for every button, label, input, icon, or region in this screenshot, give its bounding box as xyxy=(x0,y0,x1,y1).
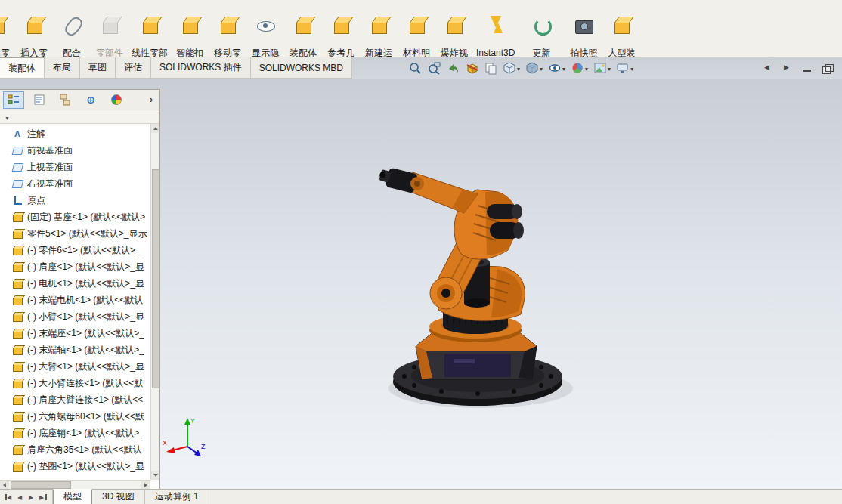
tree-item-icon xyxy=(12,162,23,172)
tree-item-icon xyxy=(12,411,23,422)
ribbon-button[interactable]: 配合 xyxy=(53,0,91,57)
ribbon-button[interactable]: 爆炸视 图 xyxy=(435,0,473,57)
viewport-canvas[interactable]: Y X Z xyxy=(160,79,842,489)
scroll-down-button[interactable] xyxy=(151,471,159,480)
tab-property-manager[interactable] xyxy=(29,91,50,109)
ribbon-button[interactable]: 移动零 部件 xyxy=(209,0,246,57)
tree-item[interactable]: 零件5<1> (默认<<默认>_显示 xyxy=(0,225,150,242)
reference-triad: Y X Z xyxy=(163,417,206,456)
zoom-area-button[interactable] xyxy=(426,60,443,76)
tree-item[interactable]: 右视基准面 xyxy=(0,175,150,192)
tree-item[interactable]: 上视基准面 xyxy=(0,159,150,175)
ribbon-button[interactable]: Instant3D xyxy=(473,0,518,57)
previous-window-button[interactable] xyxy=(762,63,775,74)
command-tab[interactable]: SOLIDWORKS 插件 xyxy=(151,57,251,78)
tree-item[interactable]: (-) 末端电机<1> (默认<<默认 xyxy=(0,292,150,308)
document-tab[interactable]: 3D 视图 xyxy=(92,490,145,504)
tab-display-manager[interactable] xyxy=(106,91,127,109)
tree-item[interactable]: (-) 电机<1> (默认<<默认>_显 xyxy=(0,275,150,292)
zoom-fit-button[interactable] xyxy=(407,60,424,76)
apply-scene-button[interactable] xyxy=(592,60,613,76)
tree-item[interactable]: (-) 底座销<1> (默认<<默认>_ xyxy=(0,425,150,441)
tree-item[interactable]: (-) 末端轴<1> (默认<<默认>_ xyxy=(0,342,150,358)
ribbon-button[interactable]: 显示隐 藏的零 部件 xyxy=(246,0,284,57)
ribbon-button[interactable]: 插入零 部件 xyxy=(15,0,53,57)
flyout-caret-icon[interactable] xyxy=(5,112,10,122)
tree-item[interactable]: 原点 xyxy=(0,192,150,209)
view-settings-button[interactable] xyxy=(614,60,636,76)
ribbon-button[interactable]: 编辑零 部件 xyxy=(0,0,15,57)
ribbon-button-icon xyxy=(571,12,596,38)
tree-item-icon xyxy=(12,328,23,339)
tree-item-label: 右视基准面 xyxy=(27,178,73,190)
command-tab[interactable]: 布局 xyxy=(45,57,80,78)
ribbon-button-icon xyxy=(137,12,163,38)
command-tab[interactable]: SOLIDWORKS MBD xyxy=(251,57,352,78)
tree-item[interactable]: (-) 末端座<1> (默认<<默认>_ xyxy=(0,325,150,342)
first-tab-button[interactable] xyxy=(5,493,13,501)
previous-view-button[interactable] xyxy=(444,60,462,76)
ribbon-button-label: 编辑零 部件 xyxy=(0,48,12,57)
tree-item-icon xyxy=(12,261,23,272)
tree-item[interactable]: (-) 肩座<1> (默认<<默认>_显 xyxy=(0,258,150,275)
ribbon-button[interactable]: 装配体 特征 xyxy=(284,0,322,57)
tab-feature-tree[interactable] xyxy=(3,91,24,109)
command-tab[interactable]: 评估 xyxy=(116,57,151,78)
tree-item[interactable]: 注解 xyxy=(0,125,150,142)
tree-item[interactable]: (-) 大臂<1> (默认<<默认>_显 xyxy=(0,358,150,375)
hide-show-items-button[interactable] xyxy=(546,60,568,76)
ribbon-button[interactable]: 大型装 配体模 式 xyxy=(602,0,640,57)
annotation-views-button[interactable] xyxy=(482,60,500,76)
last-tab-button[interactable] xyxy=(39,493,47,501)
next-tab-button[interactable] xyxy=(28,493,36,501)
scroll-right-button[interactable] xyxy=(141,481,150,489)
scroll-up-button[interactable] xyxy=(151,124,159,133)
ribbon-button-label: 智能扣 件 xyxy=(174,48,206,57)
scroll-left-button[interactable] xyxy=(0,481,9,489)
tree-item[interactable]: 肩座六角35<1> (默认<<默认 xyxy=(0,441,150,458)
tree-item[interactable]: (-) 六角螺母60<1> (默认<<默 xyxy=(0,408,150,425)
ribbon-button[interactable]: 智能扣 件 xyxy=(171,0,209,57)
ribbon-button[interactable]: 材料明 细表 xyxy=(398,0,435,57)
tree-vertical-scrollbar[interactable] xyxy=(150,124,159,480)
tree-item[interactable]: (-) 零件6<1> (默认<<默认>_ xyxy=(0,242,150,258)
document-tab[interactable]: 运动算例 1 xyxy=(145,490,209,504)
ribbon-button-label: 参考几 何体 xyxy=(325,48,357,57)
solidworks-window: 编辑零 部件 插入零 部件 配合 零部件 预览窗 xyxy=(0,0,842,504)
panel-expand-chevron-icon[interactable] xyxy=(146,94,156,105)
scrollbar-thumb[interactable] xyxy=(11,481,71,489)
section-view-button[interactable] xyxy=(463,60,481,76)
previous-tab-button[interactable] xyxy=(17,493,24,501)
view-orientation-button[interactable] xyxy=(501,60,522,76)
next-window-button[interactable] xyxy=(782,63,795,74)
dimxpert-icon: ⊕ xyxy=(86,94,95,106)
scrollbar-thumb[interactable] xyxy=(152,169,159,388)
ribbon-button[interactable]: 参考几 何体 xyxy=(322,0,360,57)
panel-flyout-bar xyxy=(0,110,159,124)
command-tab[interactable]: 草图 xyxy=(80,57,116,78)
ribbon-button[interactable]: 新建运 动算例 xyxy=(360,0,398,57)
tree-item[interactable]: (-) 大小臂连接<1> (默认<<默 xyxy=(0,375,150,391)
edit-appearance-button[interactable] xyxy=(569,60,590,76)
tree-item-label: 零件5<1> (默认<<默认>_显示 xyxy=(27,227,147,240)
ribbon-button[interactable]: 零部件 预览窗 xyxy=(91,0,128,57)
tree-item[interactable]: (-) 肩座大臂连接<1> (默认<< xyxy=(0,391,150,408)
tree-item-icon xyxy=(12,444,23,455)
tree-item[interactable]: 前视基准面 xyxy=(0,142,150,159)
ribbon-button[interactable]: 拍快照 xyxy=(565,0,602,57)
tree-item[interactable]: (-) 垫圈<1> (默认<<默认>_显 xyxy=(0,458,150,475)
tree-item[interactable]: (固定) 基座<1> (默认<<默认> xyxy=(0,209,150,225)
tab-dimxpert-manager[interactable]: ⊕ xyxy=(80,91,101,109)
command-tab[interactable]: 装配体 xyxy=(0,57,45,78)
ribbon-button[interactable]: 更新 Speedpak xyxy=(518,0,565,57)
tab-configuration-manager[interactable] xyxy=(54,91,76,109)
ribbon-button[interactable]: 线性零部 件阵列 xyxy=(128,0,171,57)
tree-item-icon xyxy=(12,428,23,438)
tree-horizontal-scrollbar[interactable] xyxy=(0,480,150,489)
restore-button[interactable] xyxy=(821,63,834,74)
tree-item-label: 上视基准面 xyxy=(27,161,73,174)
display-style-button[interactable] xyxy=(524,60,545,76)
document-tab[interactable]: 模型 xyxy=(53,489,92,504)
tree-item[interactable]: (-) 小臂<1> (默认<<默认>_显 xyxy=(0,308,150,325)
minimize-button[interactable] xyxy=(801,63,815,74)
